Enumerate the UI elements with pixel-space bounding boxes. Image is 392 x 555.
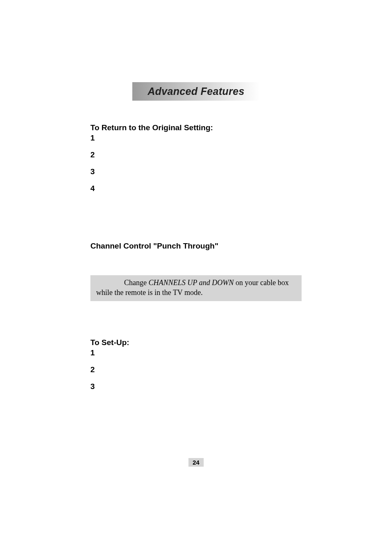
step-number: 1	[90, 349, 302, 357]
callout-box: Change CHANNELS UP and DOWN on your cabl…	[90, 275, 302, 301]
page-number: 24	[189, 458, 204, 467]
step-number: 2	[90, 151, 302, 159]
section-punch-through: Channel Control "Punch Through" Change C…	[90, 242, 302, 301]
document-page: Advanced Features To Return to the Origi…	[0, 0, 392, 555]
section-heading-return: To Return to the Original Setting:	[90, 123, 302, 132]
step-number: 3	[90, 382, 302, 390]
step-number: 3	[90, 168, 302, 175]
callout-italic: CHANNELS UP and DOWN	[148, 279, 233, 287]
step-number: 1	[90, 134, 302, 142]
section-setup: To Set-Up: 1 2 3	[90, 338, 302, 390]
section-heading-setup: To Set-Up:	[90, 338, 302, 347]
section-heading-punch-through: Channel Control "Punch Through"	[90, 242, 302, 251]
step-number: 4	[90, 184, 302, 192]
section-return-original: To Return to the Original Setting: 1 2 3…	[90, 123, 302, 192]
step-number: 2	[90, 366, 302, 373]
page-title: Advanced Features	[148, 85, 244, 97]
title-banner: Advanced Features	[132, 82, 260, 101]
callout-lead: Change	[124, 279, 148, 287]
